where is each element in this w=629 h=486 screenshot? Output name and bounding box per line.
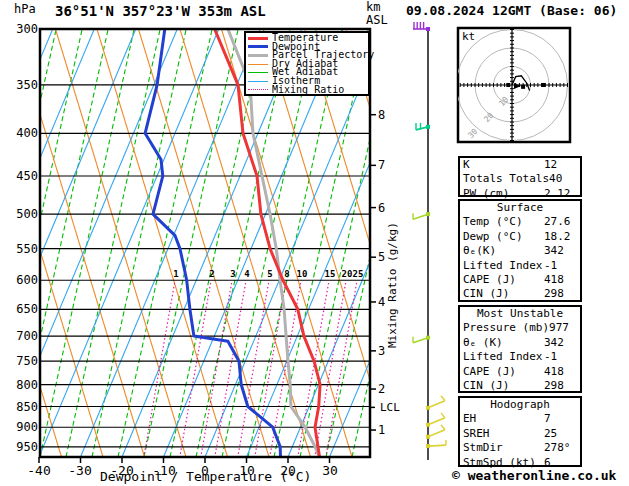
hodograph-unit-label: kt — [462, 30, 475, 43]
km-tick-label: 7 — [378, 158, 385, 172]
skewt-sounding-app: hPa 36°51'N 357°23'W 353m ASL km ASL 09.… — [0, 0, 629, 486]
stat-value: 342 — [544, 244, 577, 258]
table-row: θₑ (K)342 — [463, 336, 577, 350]
table-title: Hodograph — [463, 398, 577, 412]
stat-label: Pressure (mb) — [463, 321, 549, 335]
table-row: CAPE (J)418 — [463, 273, 577, 287]
pressure-label: 850 — [11, 400, 38, 414]
stat-value: -1 — [544, 259, 577, 273]
xtick-label: 30 — [308, 463, 352, 478]
pressure-unit-label: hPa — [14, 3, 36, 16]
stat-value: 40 — [549, 172, 582, 186]
stat-value: -1 — [544, 350, 577, 364]
stat-value: 278° — [544, 441, 577, 455]
stat-value: 18.2 — [544, 230, 577, 244]
lcl-label: LCL — [380, 401, 400, 414]
legend-swatch-dry-adiabat — [248, 64, 268, 65]
xtick-label: -40 — [17, 463, 61, 478]
table-row: CAPE (J)418 — [463, 365, 577, 379]
km-tick-label: 6 — [378, 201, 385, 215]
mixing-ratio-label: 15 — [325, 269, 336, 279]
legend-swatch-temperature — [248, 37, 268, 40]
km-tick-label: 1 — [378, 423, 385, 437]
pressure-label: 500 — [11, 207, 38, 221]
stat-label: θₑ(K) — [463, 244, 544, 258]
stat-label: Dewp (°C) — [463, 230, 544, 244]
stat-label: Temp (°C) — [463, 215, 544, 229]
table-row: Lifted Index-1 — [463, 350, 577, 364]
pressure-label: 700 — [11, 329, 38, 343]
surface-table: SurfaceTemp (°C)27.6Dewp (°C)18.2θₑ(K)34… — [458, 199, 582, 302]
stat-label: StmDir — [463, 441, 544, 455]
stat-label: CIN (J) — [463, 379, 544, 393]
table-row: CIN (J)298 — [463, 379, 577, 393]
table-title: Most Unstable — [463, 307, 577, 321]
mixing-ratio-label: 25 — [353, 269, 364, 279]
wind-barb — [426, 413, 445, 427]
pressure-label: 450 — [11, 169, 38, 183]
indices-table: K12Totals Totals40PW (cm)2.12 — [458, 156, 582, 197]
stat-value: 418 — [544, 273, 577, 287]
mixing-ratio-label: 20 — [342, 269, 353, 279]
pressure-label: 400 — [11, 126, 38, 140]
km-tick-label: 3 — [378, 344, 385, 358]
stat-value: 7 — [544, 412, 577, 426]
legend-swatch-parcel-trajectory — [248, 54, 268, 57]
table-row: Dewp (°C)18.2 — [463, 230, 577, 244]
copyright-label[interactable]: © weatheronline.co.uk — [452, 468, 616, 483]
stat-label: CAPE (J) — [463, 365, 544, 379]
legend-label: Mixing Ratio — [272, 86, 344, 95]
table-row: Pressure (mb)977 — [463, 321, 577, 335]
legend-swatch-isotherm — [248, 81, 268, 82]
legend-item: Mixing Ratio — [248, 86, 368, 95]
table-row: Totals Totals40 — [463, 172, 577, 186]
table-row: SREH25 — [463, 427, 577, 441]
stat-label: Lifted Index — [463, 350, 544, 364]
stat-label: Lifted Index — [463, 259, 544, 273]
stat-label: SREH — [463, 427, 544, 441]
stat-label: CAPE (J) — [463, 273, 544, 287]
pressure-label: 750 — [11, 354, 38, 368]
table-row: Temp (°C)27.6 — [463, 215, 577, 229]
pressure-label: 950 — [11, 440, 38, 454]
xtick-label: -30 — [58, 463, 102, 478]
altitude-unit-asl: ASL — [366, 14, 388, 27]
stat-value: 418 — [544, 365, 577, 379]
mixing-ratio-label: 2 — [209, 269, 214, 279]
stat-value: 12 — [544, 158, 577, 172]
wind-barb — [426, 425, 445, 439]
mixing-ratio-label: 3 — [230, 269, 235, 279]
legend-swatch-mixing-ratio — [248, 89, 268, 90]
pressure-label: 350 — [11, 78, 38, 92]
pressure-label: 550 — [11, 242, 38, 256]
table-row: θₑ(K)342 — [463, 244, 577, 258]
stat-value: 977 — [549, 321, 582, 335]
table-row: EH7 — [463, 412, 577, 426]
pressure-label: 800 — [11, 378, 38, 392]
mixing-ratio-label: 5 — [267, 269, 272, 279]
mixing-ratio-label: 1 — [173, 269, 178, 279]
pressure-label: 300 — [11, 22, 38, 36]
most-unstable-table: Most UnstablePressure (mb)977θₑ (K)342Li… — [458, 305, 582, 393]
wind-barb — [426, 396, 445, 410]
mixing-ratio-label: 10 — [297, 269, 308, 279]
stat-label: CIN (J) — [463, 287, 544, 301]
hodograph-table: HodographEH7SREH25StmDir278°StmSpd (kt)6 — [458, 396, 582, 467]
mixing-ratio-label: 8 — [284, 269, 289, 279]
mixing-ratio-label: 4 — [244, 269, 249, 279]
legend-swatch-wet-adiabat — [248, 72, 268, 73]
table-row: CIN (J)298 — [463, 287, 577, 301]
mixing-ratio-axis-title: Mixing Ratio (g/kg) — [386, 213, 399, 348]
km-tick-label: 8 — [378, 108, 385, 122]
km-tick-label: 4 — [378, 295, 385, 309]
legend-box: TemperatureDewpointParcel TrajectoryDry … — [244, 31, 370, 96]
page-title: 36°51'N 357°23'W 353m ASL — [55, 5, 266, 18]
stat-value: 342 — [544, 336, 577, 350]
stat-label: K — [463, 158, 544, 172]
table-row: K12 — [463, 158, 577, 172]
stat-label: Totals Totals — [463, 172, 549, 186]
pressure-label: 600 — [11, 273, 38, 287]
legend-swatch-dewpoint — [248, 45, 268, 48]
table-row: StmDir278° — [463, 441, 577, 455]
wind-barb — [413, 22, 430, 31]
